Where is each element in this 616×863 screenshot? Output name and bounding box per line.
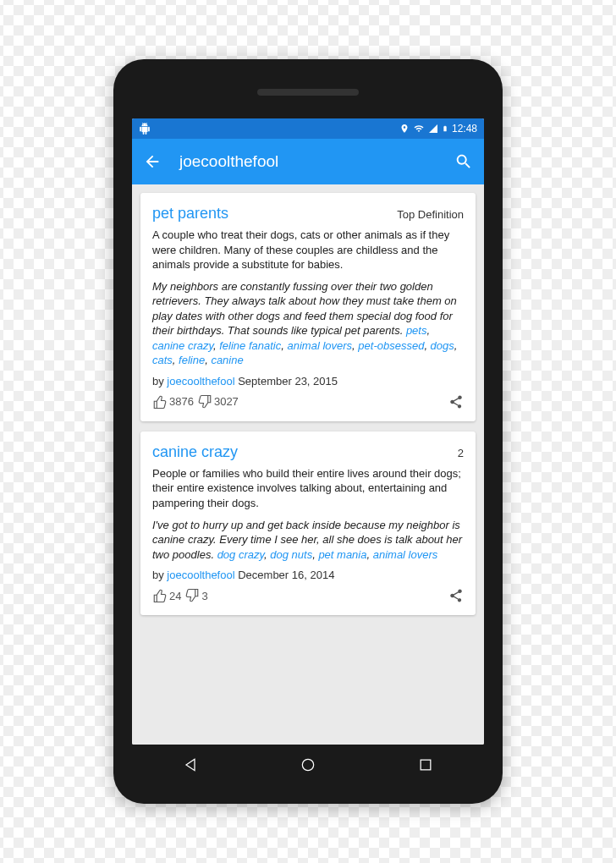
date-label: September 23, 2015 xyxy=(238,375,338,388)
upvote-count: 3876 xyxy=(169,395,194,408)
tag-link[interactable]: canine xyxy=(211,354,243,366)
android-icon xyxy=(139,123,151,135)
date-label: December 16, 2014 xyxy=(238,569,334,581)
tag-link[interactable]: pet mania xyxy=(318,548,366,561)
app-bar-title: joecoolthefool xyxy=(179,152,437,171)
author-link[interactable]: joecoolthefool xyxy=(167,569,234,581)
wifi-icon xyxy=(413,124,425,134)
definition-text: People or families who build their entir… xyxy=(152,466,464,511)
status-time: 12:48 xyxy=(452,123,477,135)
downvote-count: 3 xyxy=(201,590,207,602)
thumbs-up-button[interactable]: 3876 xyxy=(152,394,194,410)
tag-link[interactable]: feline fanatic xyxy=(219,339,281,352)
android-nav-bar xyxy=(132,745,484,785)
content-area[interactable]: pet parents Top Definition A couple who … xyxy=(132,184,484,745)
definition-card: canine crazy 2 People or families who bu… xyxy=(140,432,476,615)
tag-link[interactable]: canine crazy xyxy=(152,339,213,352)
tag-link[interactable]: cats xyxy=(152,354,173,366)
byline: by joecoolthefool December 16, 2014 xyxy=(152,569,464,581)
share-button[interactable] xyxy=(448,394,464,410)
back-button[interactable] xyxy=(142,151,162,172)
tag-link[interactable]: animal lovers xyxy=(373,548,438,561)
downvote-count: 3027 xyxy=(214,395,239,408)
author-link[interactable]: joecoolthefool xyxy=(167,375,234,388)
definition-text: A couple who treat their dogs, cats or o… xyxy=(152,228,464,272)
by-label: by xyxy=(152,569,167,581)
share-button[interactable] xyxy=(448,588,464,603)
location-icon xyxy=(399,124,410,134)
nav-home-button[interactable] xyxy=(300,756,316,773)
rank-label: 2 xyxy=(458,447,464,459)
thumbs-down-button[interactable]: 3 xyxy=(184,588,207,603)
rank-label: Top Definition xyxy=(397,208,464,221)
battery-icon xyxy=(442,124,448,134)
thumbs-down-button[interactable]: 3027 xyxy=(197,394,239,410)
definition-card: pet parents Top Definition A couple who … xyxy=(140,193,476,421)
search-button[interactable] xyxy=(454,151,474,172)
nav-back-button[interactable] xyxy=(182,756,199,773)
svg-rect-1 xyxy=(421,760,431,770)
term-title-link[interactable]: pet parents xyxy=(152,205,228,223)
by-label: by xyxy=(152,375,167,388)
svg-point-0 xyxy=(302,759,313,770)
nav-recent-button[interactable] xyxy=(417,756,434,773)
phone-frame: 12:48 joecoolthefool pet parents Top Def… xyxy=(113,59,503,804)
example-text: I've got to hurry up and get back inside… xyxy=(152,518,464,563)
example-text: My neighbors are constantly fussing over… xyxy=(152,279,464,368)
tag-link[interactable]: animal lovers xyxy=(287,339,352,352)
app-bar: joecoolthefool xyxy=(132,139,484,184)
tag-link[interactable]: pets xyxy=(406,324,427,337)
tag-link[interactable]: dog nuts xyxy=(270,548,312,561)
thumbs-up-button[interactable]: 24 xyxy=(152,588,181,603)
upvote-count: 24 xyxy=(169,590,181,602)
tag-link[interactable]: pet-obsessed xyxy=(358,339,424,352)
term-title-link[interactable]: canine crazy xyxy=(152,443,238,461)
screen: 12:48 joecoolthefool pet parents Top Def… xyxy=(132,118,484,745)
byline: by joecoolthefool September 23, 2015 xyxy=(152,375,464,388)
status-bar: 12:48 xyxy=(132,118,484,139)
tag-link[interactable]: dog crazy xyxy=(217,548,264,561)
tag-link[interactable]: dogs xyxy=(431,339,454,352)
signal-icon xyxy=(428,124,438,134)
tag-link[interactable]: feline xyxy=(179,354,205,366)
